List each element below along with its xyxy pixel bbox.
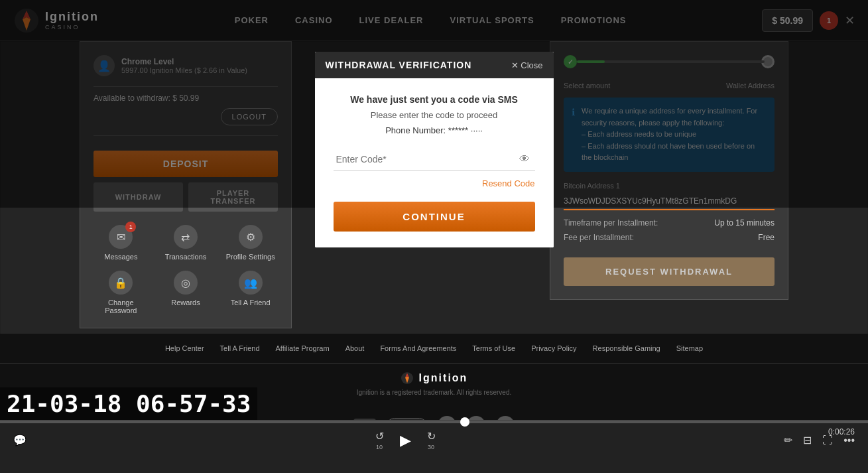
modal-body: We have just sent you a code via SMS Ple… [315, 78, 554, 247]
rewind-label: 10 [376, 444, 383, 450]
modal-header: WITHDRAWAL VERIFICATION ✕ Close [315, 52, 554, 78]
video-player-bar: 💬 ↺ 10 ▶ ↻ 30 ✏ ⊟ ⛶ ••• 0:00:26 [0, 420, 868, 473]
sidebar-rewards[interactable]: ◎ Rewards [158, 271, 214, 314]
code-input-container: 👁 [334, 149, 535, 170]
sidebar-grid: ✉ 1 Messages ⇄ Transactions ⚙ Profile Se… [93, 225, 278, 314]
transactions-label: Transactions [165, 253, 207, 261]
footer-about[interactable]: About [345, 344, 365, 352]
footer-trademark: Ignition is a registered trademark. All … [357, 389, 511, 396]
play-button[interactable]: ▶ [400, 432, 411, 449]
messages-icon: ✉ 1 [109, 225, 133, 249]
withdrawal-verification-modal: WITHDRAWAL VERIFICATION ✕ Close We have … [315, 52, 554, 247]
video-left-controls: 💬 [13, 434, 27, 446]
footer-forms[interactable]: Forms And Agreements [380, 344, 456, 352]
code-input[interactable] [334, 149, 535, 170]
sidebar-tell-a-friend[interactable]: 👥 Tell A Friend [223, 271, 278, 314]
sidebar-profile-settings[interactable]: ⚙ Profile Settings [223, 225, 278, 261]
phone-label: Phone Number: [385, 125, 446, 135]
footer-help-center[interactable]: Help Center [165, 344, 204, 352]
modal-phone: Phone Number: ****** ····· [334, 125, 535, 135]
video-timer: 0:00:26 [828, 427, 855, 437]
footer-logo-icon [401, 372, 414, 385]
timestamp-text: 21-03-18 06-57-33 [7, 390, 251, 417]
messages-label: Messages [104, 253, 137, 261]
footer-terms[interactable]: Terms of Use [472, 344, 515, 352]
continue-button[interactable]: CONTINUE [334, 202, 535, 232]
video-progress-thumb [460, 417, 469, 427]
footer-logo-text: Ignition [419, 372, 468, 384]
resend-code-link[interactable]: Resend Code [334, 178, 535, 188]
footer-sitemap[interactable]: Sitemap [676, 344, 703, 352]
modal-close-button[interactable]: ✕ Close [511, 60, 542, 70]
forward-button[interactable]: ↻ 30 [427, 430, 436, 450]
profile-settings-label: Profile Settings [226, 253, 275, 261]
transactions-icon: ⇄ [174, 225, 198, 249]
footer-privacy[interactable]: Privacy Policy [531, 344, 576, 352]
sidebar-change-password[interactable]: 🔒 Change Password [93, 271, 149, 314]
request-withdrawal-button[interactable]: REQUEST WITHDRAWAL [564, 257, 775, 286]
subtitle-button[interactable]: ⊟ [803, 434, 812, 446]
footer-tell-a-friend[interactable]: Tell A Friend [220, 344, 260, 352]
fee-value: Free [758, 233, 775, 242]
rewind-button[interactable]: ↺ 10 [375, 430, 384, 450]
video-progress-track[interactable] [0, 421, 868, 423]
change-password-icon: 🔒 [109, 271, 133, 295]
edit-button[interactable]: ✏ [784, 434, 792, 446]
fee-label: Fee per Installment: [564, 233, 634, 242]
close-label: Close [521, 60, 542, 70]
footer-links: Help Center Tell A Friend Affiliate Prog… [0, 334, 868, 364]
tell-a-friend-label: Tell A Friend [231, 299, 271, 306]
timestamp-overlay: 21-03-18 06-57-33 [0, 387, 257, 420]
modal-description: Please enter the code to proceed [334, 110, 535, 120]
rewards-icon: ◎ [174, 271, 198, 295]
sidebar-messages[interactable]: ✉ 1 Messages [93, 225, 149, 261]
tell-a-friend-icon: 👥 [239, 271, 263, 295]
footer-affiliate[interactable]: Affiliate Program [276, 344, 330, 352]
timeframe-label: Timeframe per Installment: [564, 218, 658, 228]
fee-row: Fee per Installment: Free [564, 233, 775, 242]
timeframe-value: Up to 15 minutes [714, 218, 775, 228]
messages-badge: 1 [125, 222, 136, 232]
phone-value: ****** ····· [448, 125, 483, 135]
chat-button[interactable]: 💬 [13, 434, 27, 446]
video-center-controls: ↺ 10 ▶ ↻ 30 [375, 430, 436, 450]
sidebar-transactions[interactable]: ⇄ Transactions [158, 225, 214, 261]
video-controls: 💬 ↺ 10 ▶ ↻ 30 ✏ ⊟ ⛶ ••• [0, 430, 868, 450]
forward-label: 30 [428, 444, 434, 450]
footer-logo: Ignition [401, 372, 468, 385]
change-password-label: Change Password [93, 299, 149, 314]
modal-title: WITHDRAWAL VERIFICATION [326, 60, 472, 70]
timeframe-row: Timeframe per Installment: Up to 15 minu… [564, 218, 775, 228]
footer-responsible[interactable]: Responsible Gaming [593, 344, 660, 352]
modal-subtitle: We have just sent you a code via SMS [334, 94, 535, 105]
profile-settings-icon: ⚙ [239, 225, 263, 249]
eye-icon[interactable]: 👁 [519, 153, 530, 165]
rewards-label: Rewards [171, 299, 200, 306]
